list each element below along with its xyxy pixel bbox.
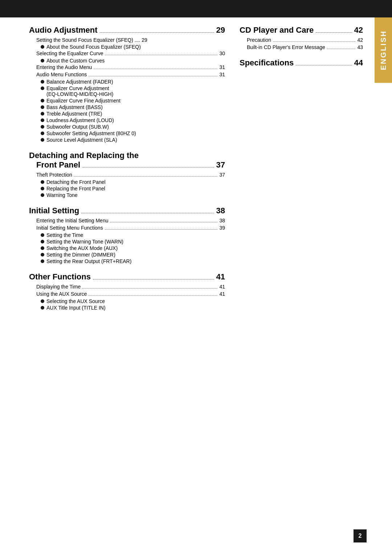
bullet-icon: [41, 118, 44, 122]
setting-time-label: Setting the Time: [46, 232, 83, 238]
specifications-label: Specifications: [240, 58, 294, 68]
dimmer-bullet: Setting the Dimmer (DIMMER): [41, 252, 225, 258]
audio-menu-page: 31: [219, 64, 225, 70]
eq-curve-adj-bullet: Equalizer Curve Adjustment(EQ-LOW/EQ-MID…: [41, 85, 225, 97]
rear-output-bullet: Setting the Rear Output (FRT+REAR): [41, 258, 225, 264]
other-functions-dots: [93, 279, 214, 279]
side-tab-label: ENGLISH: [379, 30, 388, 70]
cd-player-dots: [316, 32, 352, 33]
bullet-icon: [41, 193, 44, 197]
loudness-bullet: Loudness Adjustment (LOUD): [41, 117, 225, 123]
other-functions-page: 41: [216, 272, 225, 282]
initial-functions-label: Initial Setting Menu Functions: [36, 225, 103, 231]
eq-curve-dots: [105, 55, 217, 55]
bullet-icon: [41, 105, 44, 109]
eq-curve-adj-label: Equalizer Curve Adjustment(EQ-LOW/EQ-MID…: [46, 85, 225, 97]
aux-title-bullet: AUX Title Input (TITLE IN): [41, 305, 225, 311]
aux-source-label: Using the AUX Source: [36, 291, 87, 297]
aux-source-page: 41: [219, 291, 225, 297]
initial-functions-item: Initial Setting Menu Functions 39: [36, 225, 225, 231]
initial-menu-dots: [110, 222, 217, 222]
audio-menu-functions-dots: [89, 76, 217, 76]
section-cd-player: CD Player and Care 42 Precaution 42 Buil…: [240, 25, 363, 50]
main-content: Audio Adjustment 29 Setting the Sound Fo…: [29, 25, 363, 319]
header-bar: [0, 0, 392, 17]
theft-protection-dots: [74, 176, 218, 177]
precaution-label: Precaution: [247, 37, 271, 43]
bullet-icon: [41, 187, 44, 190]
selecting-aux-label: Selecting the AUX Source: [46, 298, 105, 304]
right-column: CD Player and Care 42 Precaution 42 Buil…: [240, 25, 363, 319]
sfeq-bullet: About the Sound Focus Equalizer (SFEQ): [41, 44, 225, 50]
audio-adjustment-title: Audio Adjustment 29: [29, 25, 225, 35]
initial-functions-dots: [105, 229, 218, 230]
initial-setting-label: Initial Setting: [29, 206, 79, 215]
front-panel-label: Front Panel: [36, 160, 80, 170]
audio-menu-functions-label: Audio Menu Functions: [36, 72, 87, 77]
specifications-title: Specifications 44: [240, 58, 363, 68]
warning-tone-warn-label: Setting the Warning Tone (WARN): [46, 239, 123, 245]
initial-setting-dots: [81, 213, 214, 213]
displaying-time-label: Displaying the Time: [36, 284, 81, 290]
aux-source-item: Using the AUX Source 41: [36, 291, 225, 297]
precaution-item: Precaution 42: [247, 37, 363, 43]
error-message-page: 43: [357, 44, 363, 50]
initial-functions-page: 39: [219, 225, 225, 231]
section-initial-setting: Initial Setting 38 Entering the Initial …: [29, 206, 225, 264]
sfeq-bullet-label: About the Sound Focus Equalizer (SFEQ): [46, 44, 141, 50]
error-message-label: Built-in CD Player's Error Message: [247, 44, 325, 50]
selecting-aux-bullet: Selecting the AUX Source: [41, 298, 225, 304]
eq-fine-label: Equalizer Curve Fine Adjustment: [46, 98, 121, 104]
page-number-badge: 2: [354, 529, 367, 542]
sla-label: Source Level Adjustment (SLA): [46, 137, 117, 143]
rear-output-label: Setting the Rear Output (FRT+REAR): [46, 258, 131, 264]
other-functions-title: Other Functions 41: [29, 272, 225, 282]
specifications-page: 44: [354, 58, 363, 68]
bullet-icon: [41, 240, 44, 243]
bullet-icon: [41, 80, 44, 84]
warning-tone-warn-bullet: Setting the Warning Tone (WARN): [41, 239, 225, 245]
displaying-time-dots: [82, 288, 217, 288]
bass-bullet: Bass Adjustment (BASS): [41, 104, 225, 110]
balance-label: Balance Adjustment (FADER): [46, 79, 113, 85]
replacing-label: Replacing the Front Panel: [46, 186, 105, 191]
precaution-dots: [273, 41, 355, 42]
bullet-icon: [41, 299, 44, 303]
detaching-label: Detaching the Front Panel: [46, 179, 106, 185]
other-functions-label: Other Functions: [29, 272, 91, 282]
bass-label: Bass Adjustment (BASS): [46, 104, 103, 110]
subwoofer-output-bullet: Subwoofer Output (SUB.W): [41, 124, 225, 130]
theft-protection-label: Theft Protection: [36, 172, 72, 178]
initial-menu-item: Entering the Initial Setting Menu 38: [36, 218, 225, 223]
displaying-time-page: 41: [219, 284, 225, 290]
page: ENGLISH Audio Adjustment 29 Setting the …: [0, 0, 392, 557]
page-number: 2: [359, 533, 362, 539]
audio-adjustment-label: Audio Adjustment: [29, 25, 98, 35]
eq-fine-bullet: Equalizer Curve Fine Adjustment: [41, 98, 225, 104]
error-message-item: Built-in CD Player's Error Message 43: [247, 44, 363, 50]
subwoofer-setting-bullet: Subwoofer Setting Adjustment (80HZ 0): [41, 130, 225, 136]
aux-source-dots: [89, 295, 217, 296]
sla-bullet: Source Level Adjustment (SLA): [41, 137, 225, 143]
subwoofer-output-label: Subwoofer Output (SUB.W): [46, 124, 109, 130]
audio-menu-label: Entering the Audio Menu: [36, 64, 92, 70]
section-specifications: Specifications 44: [240, 58, 363, 68]
initial-menu-label: Entering the Initial Setting Menu: [36, 218, 108, 223]
initial-setting-title: Initial Setting 38: [29, 206, 225, 215]
audio-menu-item: Entering the Audio Menu 31: [36, 64, 225, 70]
audio-adjustment-page: 29: [216, 25, 225, 35]
section-detaching: Detaching and Replacing the Front Panel …: [29, 151, 225, 198]
aux-mode-label: Switching the AUX Mode (AUX): [46, 245, 118, 251]
english-side-tab: ENGLISH: [375, 17, 392, 83]
specifications-dots: [296, 65, 352, 65]
bullet-icon: [41, 45, 44, 49]
audio-menu-functions-item: Audio Menu Functions 31: [36, 72, 225, 77]
audio-menu-functions-page: 31: [219, 72, 225, 77]
treble-label: Treble Adjustment (TRE): [46, 111, 102, 117]
bullet-icon: [41, 132, 44, 135]
dimmer-label: Setting the Dimmer (DIMMER): [46, 252, 115, 258]
loudness-label: Loudness Adjustment (LOUD): [46, 117, 114, 123]
cd-player-page: 42: [354, 25, 363, 35]
error-message-dots: [327, 49, 356, 49]
bullet-icon: [41, 180, 44, 184]
